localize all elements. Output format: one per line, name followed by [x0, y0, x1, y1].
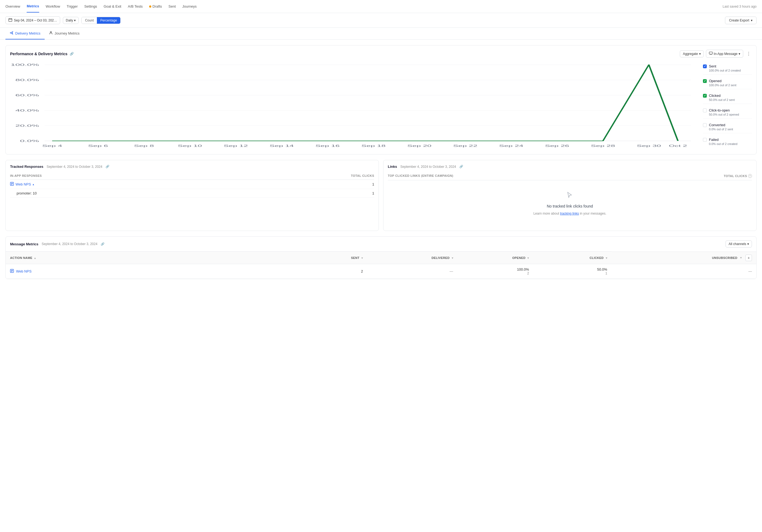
toolbar: Sep 04, 2024 – Oct 03, 202… Daily ▾ Coun… — [0, 13, 762, 28]
message-metrics-title: Message Metrics — [10, 242, 38, 246]
calendar-icon — [8, 18, 12, 23]
svg-text:Sep 8: Sep 8 — [134, 144, 154, 147]
failed-checkbox[interactable] — [703, 138, 707, 142]
web-nps-count: 1 — [372, 182, 374, 186]
nav-journeys[interactable]: Journeys — [182, 1, 197, 12]
in-app-responses-header: IN-APP RESPONSES — [10, 174, 42, 177]
add-column-button[interactable]: + — [745, 255, 752, 261]
tracking-links-link[interactable]: tracking links — [560, 212, 579, 215]
chevron-down-icon: ▾ — [699, 52, 701, 56]
tracked-responses-title: Tracked Responses — [10, 165, 43, 168]
chevron-down-icon: ▾ — [747, 242, 749, 246]
converted-checkbox[interactable] — [703, 123, 707, 127]
tracked-responses-date: September 4, 2024 to October 3, 2024 — [46, 165, 102, 168]
legend-opened: ✓ Opened 100.0% out of 2 sent — [703, 79, 752, 89]
svg-rect-0 — [9, 19, 12, 22]
percentage-toggle[interactable]: Percentage — [97, 17, 120, 24]
aggregate-button[interactable]: Aggregate ▾ — [680, 50, 704, 57]
plane-icon — [10, 31, 14, 35]
svg-text:Sep 24: Sep 24 — [499, 144, 523, 147]
action-name-header[interactable]: ACTION NAME ▴ — [6, 252, 306, 264]
svg-point-4 — [50, 32, 52, 33]
link-icon: 🔗 — [70, 52, 74, 56]
nav-goal-exit[interactable]: Goal & Exit — [104, 1, 121, 12]
clicked-cell: 50.0% 1 — [533, 264, 612, 279]
no-links-empty-state: No tracked link clicks found Learn more … — [388, 180, 752, 226]
info-icon: ? — [748, 174, 752, 178]
tab-journey-metrics[interactable]: Journey Metrics — [44, 28, 84, 39]
svg-text:Sep 20: Sep 20 — [407, 144, 431, 147]
channel-selector[interactable]: In-App Message ▾ — [706, 50, 743, 58]
chart-legend: ✓ Sent 100.0% out of 2 created ✓ Opened — [703, 62, 752, 150]
legend-failed: Failed 0.0% out of 2 created — [703, 138, 752, 146]
opened-label: Opened — [709, 79, 722, 83]
svg-text:40.0%: 40.0% — [15, 109, 39, 112]
person-icon — [49, 31, 53, 35]
table-row: Web NPS 2 — 100.0% 2 — [6, 264, 756, 279]
count-percentage-toggle: Count Percentage — [81, 17, 120, 24]
nav-settings[interactable]: Settings — [84, 1, 97, 12]
sort-icon: ▾ — [452, 256, 453, 259]
chevron-down-icon: ▾ — [74, 19, 76, 22]
message-metrics-section: Message Metrics September 4, 2024 to Oct… — [5, 236, 757, 279]
legend-sent: ✓ Sent 100.0% out of 2 created — [703, 64, 752, 75]
nav-overview[interactable]: Overview — [5, 1, 20, 12]
svg-text:Sep 10: Sep 10 — [178, 144, 202, 147]
chevron-down-icon: ▾ — [738, 52, 740, 56]
legend-converted: Converted 0.0% out of 2 sent — [703, 123, 752, 133]
nav-trigger[interactable]: Trigger — [67, 1, 78, 12]
unsubscribed-cell: — — [612, 264, 756, 279]
click-to-open-checkbox[interactable] — [703, 108, 707, 112]
svg-text:Oct 2: Oct 2 — [669, 144, 687, 147]
link-icon: 🔗 — [106, 165, 110, 168]
unsubscribed-header[interactable]: UNSUBSCRIBED ▾ + — [612, 252, 756, 264]
message-icon — [709, 51, 713, 56]
legend-click-to-open: Click-to-open 50.0% out of 2 opened — [703, 108, 752, 119]
sent-header[interactable]: SENT ▾ — [306, 252, 367, 264]
more-options-icon[interactable]: ⋮ — [745, 51, 752, 56]
no-links-title: No tracked link clicks found — [547, 204, 593, 208]
nav-metrics[interactable]: Metrics — [27, 0, 39, 13]
last-saved-text: Last saved 3 hours ago — [723, 5, 757, 8]
frequency-select[interactable]: Daily ▾ — [63, 17, 79, 24]
svg-text:20.0%: 20.0% — [15, 124, 39, 127]
sent-checkbox[interactable]: ✓ — [703, 64, 707, 68]
svg-text:Sep 30: Sep 30 — [637, 144, 661, 147]
no-links-sub: Learn more about tracking links in your … — [533, 212, 606, 215]
web-nps-link[interactable]: Web NPS ▴ — [10, 182, 34, 187]
sent-sub: 100.0% out of 2 created — [703, 69, 752, 72]
web-nps-action-link[interactable]: Web NPS — [10, 269, 302, 274]
chart-area: 100.0% 80.0% 60.0% 40.0% 20.0% 0.0% Sep … — [10, 62, 699, 150]
nav-sent[interactable]: Sent — [169, 1, 176, 12]
promoter-row: promoter: 10 1 — [10, 189, 374, 198]
svg-text:Sep 6: Sep 6 — [88, 144, 108, 147]
nav-ab-tests[interactable]: A/B Tests — [128, 1, 143, 12]
total-clicks-header-links: TOTAL CLICKS ? — [724, 174, 752, 178]
all-channels-button[interactable]: All channels ▾ — [725, 240, 752, 247]
sent-cell: 2 — [306, 264, 367, 279]
failed-label: Failed — [709, 138, 719, 142]
svg-text:Sep 12: Sep 12 — [224, 144, 248, 147]
top-clicked-links-header: TOP CLICKED LINKS (ENTIRE CAMPAIGN) — [388, 174, 453, 178]
tab-delivery-metrics[interactable]: Delivery Metrics — [5, 28, 44, 39]
svg-text:Sep 14: Sep 14 — [269, 144, 294, 147]
nav-workflow[interactable]: Workflow — [46, 1, 60, 12]
clicked-header[interactable]: CLICKED ▾ — [533, 252, 612, 264]
delivered-header[interactable]: DELIVERED ▾ — [367, 252, 457, 264]
svg-text:80.0%: 80.0% — [15, 78, 39, 82]
total-clicks-header: TOTAL CLICKS — [351, 174, 374, 177]
nav-drafts[interactable]: Drafts — [149, 1, 162, 12]
svg-text:Sep 26: Sep 26 — [545, 144, 569, 147]
clicked-checkbox[interactable]: ✓ — [703, 94, 707, 98]
create-export-button[interactable]: Create Export ▾ — [725, 17, 757, 24]
date-range-picker[interactable]: Sep 04, 2024 – Oct 03, 202… — [5, 16, 60, 24]
opened-header[interactable]: OPENED ▾ — [457, 252, 533, 264]
count-toggle[interactable]: Count — [82, 17, 97, 24]
opened-checkbox[interactable]: ✓ — [703, 79, 707, 83]
performance-chart-section: Performance & Delivery Metrics 🔗 Aggrega… — [5, 45, 757, 155]
sort-icon: ▾ — [606, 256, 607, 259]
message-metrics-table: ACTION NAME ▴ SENT ▾ DELIVERED ▾ OPENE — [6, 251, 756, 279]
svg-text:Sep 28: Sep 28 — [591, 144, 615, 147]
failed-sub: 0.0% out of 2 created — [703, 142, 752, 146]
cursor-icon — [566, 191, 574, 201]
